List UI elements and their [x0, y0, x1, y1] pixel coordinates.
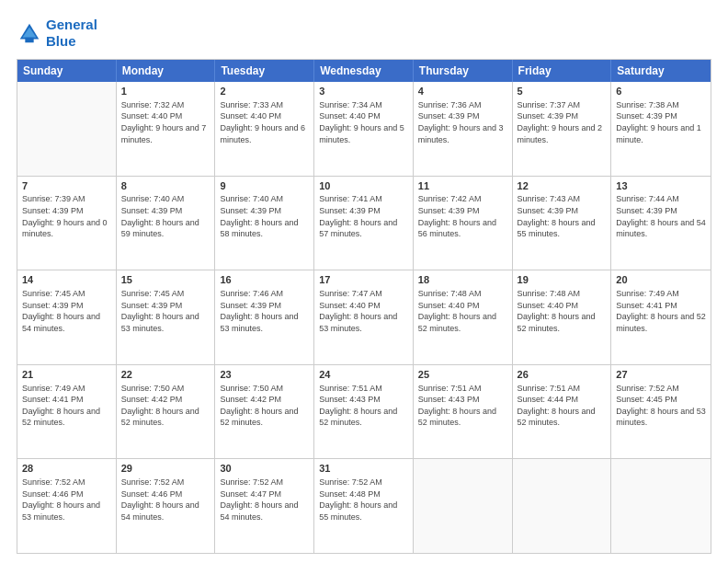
- cell-details: Sunrise: 7:38 AMSunset: 4:39 PMDaylight:…: [616, 99, 706, 145]
- cell-details: Sunrise: 7:40 AMSunset: 4:39 PMDaylight:…: [220, 193, 309, 239]
- cell-details: Sunrise: 7:33 AMSunset: 4:40 PMDaylight:…: [220, 99, 309, 145]
- calendar-cell: [414, 459, 513, 553]
- day-number: 2: [220, 85, 309, 98]
- day-number: 1: [121, 85, 210, 98]
- calendar-body: 1Sunrise: 7:32 AMSunset: 4:40 PMDaylight…: [17, 82, 711, 553]
- cell-details: Sunrise: 7:50 AMSunset: 4:42 PMDaylight:…: [121, 383, 210, 429]
- page: General Blue SundayMondayTuesdayWednesda…: [0, 0, 728, 563]
- day-number: 8: [121, 179, 210, 193]
- calendar-cell: 2Sunrise: 7:33 AMSunset: 4:40 PMDaylight…: [215, 82, 314, 176]
- calendar-header: SundayMondayTuesdayWednesdayThursdayFrid…: [17, 60, 711, 82]
- day-number: 26: [518, 368, 607, 382]
- day-number: 7: [22, 179, 111, 193]
- calendar-row: 7Sunrise: 7:39 AMSunset: 4:39 PMDaylight…: [17, 176, 711, 270]
- day-number: 23: [220, 368, 309, 382]
- weekday-header: Monday: [117, 60, 216, 82]
- calendar-row: 28Sunrise: 7:52 AMSunset: 4:46 PMDayligh…: [17, 458, 711, 553]
- calendar-cell: 24Sunrise: 7:51 AMSunset: 4:43 PMDayligh…: [314, 365, 414, 459]
- cell-details: Sunrise: 7:49 AMSunset: 4:41 PMDaylight:…: [616, 288, 706, 334]
- weekday-header: Friday: [513, 60, 612, 82]
- calendar-cell: 8Sunrise: 7:40 AMSunset: 4:39 PMDaylight…: [117, 177, 216, 270]
- calendar-cell: 19Sunrise: 7:48 AMSunset: 4:40 PMDayligh…: [513, 270, 612, 364]
- day-number: 5: [518, 85, 607, 98]
- day-number: 19: [518, 273, 607, 287]
- calendar-cell: 12Sunrise: 7:43 AMSunset: 4:39 PMDayligh…: [513, 177, 612, 270]
- cell-details: Sunrise: 7:52 AMSunset: 4:45 PMDaylight:…: [616, 383, 706, 429]
- cell-details: Sunrise: 7:48 AMSunset: 4:40 PMDaylight:…: [518, 288, 607, 334]
- calendar-cell: 11Sunrise: 7:42 AMSunset: 4:39 PMDayligh…: [414, 177, 513, 270]
- calendar-row: 21Sunrise: 7:49 AMSunset: 4:41 PMDayligh…: [17, 364, 711, 459]
- day-number: 4: [418, 85, 507, 98]
- cell-details: Sunrise: 7:52 AMSunset: 4:48 PMDaylight:…: [319, 477, 408, 523]
- calendar-row: 1Sunrise: 7:32 AMSunset: 4:40 PMDaylight…: [17, 82, 711, 176]
- weekday-header: Saturday: [611, 60, 711, 82]
- weekday-header: Tuesday: [215, 60, 314, 82]
- calendar-cell: 20Sunrise: 7:49 AMSunset: 4:41 PMDayligh…: [611, 270, 711, 364]
- calendar-cell: 15Sunrise: 7:45 AMSunset: 4:39 PMDayligh…: [117, 270, 216, 364]
- calendar-cell: 28Sunrise: 7:52 AMSunset: 4:46 PMDayligh…: [17, 459, 117, 553]
- calendar-cell: 3Sunrise: 7:34 AMSunset: 4:40 PMDaylight…: [314, 82, 414, 176]
- cell-details: Sunrise: 7:45 AMSunset: 4:39 PMDaylight:…: [22, 288, 111, 334]
- cell-details: Sunrise: 7:52 AMSunset: 4:47 PMDaylight:…: [220, 477, 309, 523]
- cell-details: Sunrise: 7:49 AMSunset: 4:41 PMDaylight:…: [22, 383, 111, 429]
- calendar-row: 14Sunrise: 7:45 AMSunset: 4:39 PMDayligh…: [17, 270, 711, 364]
- day-number: 25: [418, 368, 507, 382]
- calendar-cell: 18Sunrise: 7:48 AMSunset: 4:40 PMDayligh…: [414, 270, 513, 364]
- calendar-cell: [17, 82, 117, 176]
- logo-icon: [17, 20, 42, 46]
- day-number: 21: [22, 368, 111, 382]
- calendar-cell: 9Sunrise: 7:40 AMSunset: 4:39 PMDaylight…: [215, 177, 314, 270]
- day-number: 10: [319, 179, 408, 193]
- day-number: 17: [319, 273, 408, 287]
- cell-details: Sunrise: 7:32 AMSunset: 4:40 PMDaylight:…: [121, 99, 210, 145]
- weekday-header: Sunday: [17, 60, 117, 82]
- cell-details: Sunrise: 7:37 AMSunset: 4:39 PMDaylight:…: [518, 99, 607, 145]
- day-number: 31: [319, 462, 408, 476]
- day-number: 15: [121, 273, 210, 287]
- calendar-cell: 25Sunrise: 7:51 AMSunset: 4:43 PMDayligh…: [414, 365, 513, 459]
- calendar-cell: 14Sunrise: 7:45 AMSunset: 4:39 PMDayligh…: [17, 270, 117, 364]
- calendar: SundayMondayTuesdayWednesdayThursdayFrid…: [17, 59, 711, 554]
- day-number: 22: [121, 368, 210, 382]
- cell-details: Sunrise: 7:43 AMSunset: 4:39 PMDaylight:…: [518, 193, 607, 239]
- cell-details: Sunrise: 7:39 AMSunset: 4:39 PMDaylight:…: [22, 193, 111, 239]
- day-number: 28: [22, 462, 111, 476]
- cell-details: Sunrise: 7:34 AMSunset: 4:40 PMDaylight:…: [319, 99, 408, 145]
- calendar-cell: 22Sunrise: 7:50 AMSunset: 4:42 PMDayligh…: [117, 365, 216, 459]
- calendar-cell: 17Sunrise: 7:47 AMSunset: 4:40 PMDayligh…: [314, 270, 414, 364]
- day-number: 12: [518, 179, 607, 193]
- calendar-cell: 30Sunrise: 7:52 AMSunset: 4:47 PMDayligh…: [215, 459, 314, 553]
- cell-details: Sunrise: 7:41 AMSunset: 4:39 PMDaylight:…: [319, 193, 408, 239]
- cell-details: Sunrise: 7:50 AMSunset: 4:42 PMDaylight:…: [220, 383, 309, 429]
- day-number: 24: [319, 368, 408, 382]
- cell-details: Sunrise: 7:40 AMSunset: 4:39 PMDaylight:…: [121, 193, 210, 239]
- day-number: 27: [616, 368, 706, 382]
- calendar-cell: 5Sunrise: 7:37 AMSunset: 4:39 PMDaylight…: [513, 82, 612, 176]
- cell-details: Sunrise: 7:52 AMSunset: 4:46 PMDaylight:…: [121, 477, 210, 523]
- svg-rect-2: [25, 38, 33, 43]
- cell-details: Sunrise: 7:47 AMSunset: 4:40 PMDaylight:…: [319, 288, 408, 334]
- day-number: 29: [121, 462, 210, 476]
- calendar-cell: 13Sunrise: 7:44 AMSunset: 4:39 PMDayligh…: [611, 177, 711, 270]
- day-number: 18: [418, 273, 507, 287]
- day-number: 11: [418, 179, 507, 193]
- cell-details: Sunrise: 7:52 AMSunset: 4:46 PMDaylight:…: [22, 477, 111, 523]
- day-number: 30: [220, 462, 309, 476]
- calendar-cell: 23Sunrise: 7:50 AMSunset: 4:42 PMDayligh…: [215, 365, 314, 459]
- cell-details: Sunrise: 7:42 AMSunset: 4:39 PMDaylight:…: [418, 193, 507, 239]
- logo: General Blue: [17, 17, 97, 50]
- weekday-header: Thursday: [414, 60, 513, 82]
- calendar-cell: 26Sunrise: 7:51 AMSunset: 4:44 PMDayligh…: [513, 365, 612, 459]
- calendar-cell: 16Sunrise: 7:46 AMSunset: 4:39 PMDayligh…: [215, 270, 314, 364]
- cell-details: Sunrise: 7:51 AMSunset: 4:43 PMDaylight:…: [418, 383, 507, 429]
- day-number: 13: [616, 179, 706, 193]
- cell-details: Sunrise: 7:36 AMSunset: 4:39 PMDaylight:…: [418, 99, 507, 145]
- calendar-cell: 29Sunrise: 7:52 AMSunset: 4:46 PMDayligh…: [117, 459, 216, 553]
- calendar-cell: 4Sunrise: 7:36 AMSunset: 4:39 PMDaylight…: [414, 82, 513, 176]
- cell-details: Sunrise: 7:46 AMSunset: 4:39 PMDaylight:…: [220, 288, 309, 334]
- calendar-cell: 10Sunrise: 7:41 AMSunset: 4:39 PMDayligh…: [314, 177, 414, 270]
- day-number: 9: [220, 179, 309, 193]
- calendar-cell: [611, 459, 711, 553]
- cell-details: Sunrise: 7:45 AMSunset: 4:39 PMDaylight:…: [121, 288, 210, 334]
- day-number: 14: [22, 273, 111, 287]
